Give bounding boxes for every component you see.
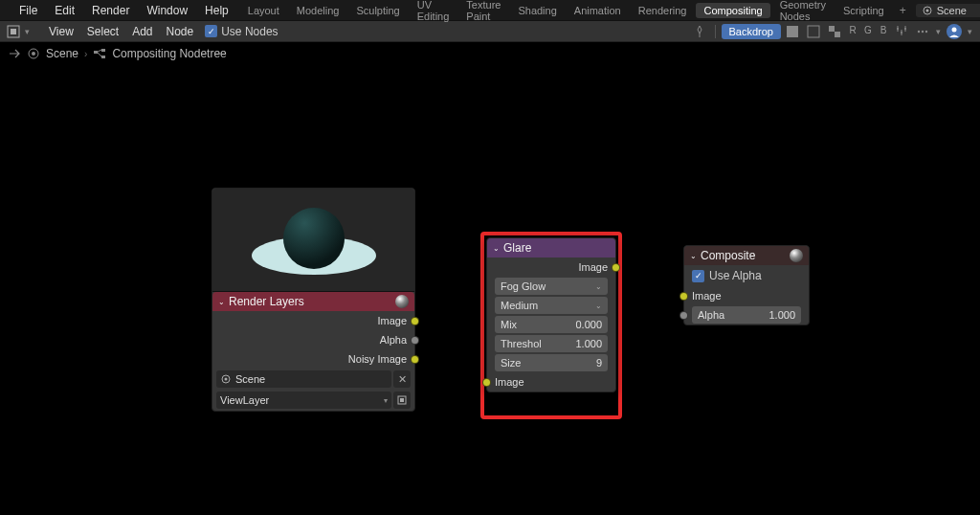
composite-node[interactable]: ⌄ Composite ✓ Use Alpha Image Alpha 1.00… xyxy=(683,245,810,325)
input-alpha-socket[interactable]: Alpha 1.000 xyxy=(684,305,809,325)
node-title: Composite xyxy=(701,249,755,262)
output-image-socket[interactable]: Image xyxy=(487,258,615,277)
svg-point-23 xyxy=(225,378,228,381)
channel-color-icon[interactable] xyxy=(806,24,821,39)
tab-rendering[interactable]: Rendering xyxy=(631,3,695,18)
node-header[interactable]: ⌄ Render Layers xyxy=(212,292,414,311)
svg-rect-20 xyxy=(101,49,105,52)
svg-rect-5 xyxy=(11,29,16,34)
collapse-icon[interactable]: ⌄ xyxy=(493,244,500,253)
svg-rect-6 xyxy=(787,26,798,37)
svg-point-3 xyxy=(925,9,928,11)
tab-compositing[interactable]: Compositing xyxy=(696,3,769,18)
tab-modeling[interactable]: Modeling xyxy=(289,3,347,18)
output-noisy-image-socket[interactable]: Noisy Image xyxy=(212,349,414,369)
use-nodes-checkbox[interactable]: ✓ Use Nodes xyxy=(201,25,281,38)
glare-type-dropdown[interactable]: Fog Glow⌄ xyxy=(495,278,608,295)
glare-node[interactable]: ⌄ Glare Image Fog Glow⌄ Medium⌄ Mix0.000… xyxy=(486,237,616,392)
node-header[interactable]: ⌄ Composite xyxy=(684,246,809,265)
svg-rect-8 xyxy=(829,26,835,32)
check-icon: ✓ xyxy=(692,270,704,282)
clear-scene-button[interactable]: ✕ xyxy=(393,370,411,388)
render-layers-node[interactable]: ⌄ Render Layers Image Alpha Noisy Image … xyxy=(212,188,415,412)
svg-rect-7 xyxy=(808,26,819,37)
scene-selector[interactable]: Scene xyxy=(916,4,980,17)
glare-mix-field[interactable]: Mix0.000 xyxy=(495,316,608,333)
menu-window[interactable]: Window xyxy=(139,2,195,19)
collapse-icon[interactable]: ⌄ xyxy=(218,298,225,306)
editor-type-icon[interactable] xyxy=(6,24,21,39)
preview-dot-icon[interactable] xyxy=(790,249,803,262)
tab-geometry-nodes[interactable]: Geometry Nodes xyxy=(772,0,834,24)
menu-add[interactable]: Add xyxy=(126,23,158,40)
top-menu-bar: File Edit Render Window Help Layout Mode… xyxy=(0,0,980,21)
chevron-down-icon[interactable]: ▾ xyxy=(23,27,32,36)
input-image-socket[interactable]: Image xyxy=(684,286,809,305)
preview-dot-icon[interactable] xyxy=(395,295,409,308)
chevron-down-icon[interactable]: ▾ xyxy=(934,27,943,36)
scene-dropdown[interactable]: Scene xyxy=(216,370,391,388)
tab-scripting[interactable]: Scripting xyxy=(835,3,892,18)
pin-icon[interactable] xyxy=(692,24,707,39)
output-image-socket[interactable]: Image xyxy=(212,311,414,330)
node-header[interactable]: ⌄ Glare xyxy=(487,238,615,258)
tab-sculpting[interactable]: Sculpting xyxy=(348,3,407,18)
arrow-icon[interactable] xyxy=(8,47,21,60)
breadcrumb: Scene › Compositing Nodetree xyxy=(0,42,980,65)
tab-animation[interactable]: Animation xyxy=(567,3,629,18)
menu-select[interactable]: Select xyxy=(81,23,124,40)
backdrop-button[interactable]: Backdrop xyxy=(722,24,781,39)
channel-r-button[interactable]: R xyxy=(846,25,859,38)
viewlayer-dropdown[interactable]: ViewLayer ▾ xyxy=(216,392,391,409)
glare-threshold-field[interactable]: Threshol1.000 xyxy=(495,335,608,352)
more-icon[interactable] xyxy=(915,24,930,39)
tab-uv-editing[interactable]: UV Editing xyxy=(410,0,457,24)
tab-layout[interactable]: Layout xyxy=(240,3,287,18)
svg-point-13 xyxy=(918,30,920,32)
breadcrumb-scene[interactable]: Scene xyxy=(46,47,78,60)
menu-view[interactable]: View xyxy=(43,23,79,40)
editor-toolbar: ▾ View Select Add Node ✓ Use Nodes Backd… xyxy=(0,21,980,42)
svg-rect-9 xyxy=(835,32,840,37)
svg-rect-19 xyxy=(94,51,98,54)
menu-render[interactable]: Render xyxy=(84,2,137,19)
use-alpha-checkbox[interactable]: ✓ Use Alpha xyxy=(684,265,809,286)
chevron-down-icon[interactable]: ▾ xyxy=(966,27,974,36)
breadcrumb-nodetree[interactable]: Compositing Nodetree xyxy=(112,47,226,60)
nodetree-icon xyxy=(93,47,106,60)
glare-quality-dropdown[interactable]: Medium⌄ xyxy=(495,297,608,314)
collapse-icon[interactable]: ⌄ xyxy=(690,252,697,260)
use-nodes-label: Use Nodes xyxy=(221,25,278,38)
glare-size-field[interactable]: Size9 xyxy=(495,354,608,371)
menu-edit[interactable]: Edit xyxy=(47,2,82,19)
svg-point-14 xyxy=(922,30,924,32)
menu-help[interactable]: Help xyxy=(197,2,236,19)
channel-b-button[interactable]: B xyxy=(877,25,890,38)
use-alpha-label: Use Alpha xyxy=(709,269,762,282)
svg-point-15 xyxy=(925,30,927,32)
user-icon[interactable] xyxy=(947,24,962,39)
check-icon: ✓ xyxy=(205,25,217,37)
node-editor-canvas[interactable]: ⌄ Render Layers Image Alpha Noisy Image … xyxy=(0,65,980,515)
menu-file[interactable]: File xyxy=(11,2,45,19)
node-title: Render Layers xyxy=(229,295,304,308)
add-workspace-button[interactable]: + xyxy=(894,4,912,17)
render-single-layer-button[interactable] xyxy=(393,392,411,409)
alpha-field[interactable]: Alpha 1.000 xyxy=(692,306,801,324)
settings-icon[interactable] xyxy=(894,24,909,39)
channel-alpha-icon[interactable] xyxy=(827,24,842,39)
scene-icon xyxy=(922,5,933,16)
scene-name-label: Scene xyxy=(937,5,967,16)
chevron-right-icon: › xyxy=(84,49,87,59)
svg-rect-25 xyxy=(400,398,404,402)
scene-icon xyxy=(27,47,40,60)
channel-g-button[interactable]: G xyxy=(861,25,875,38)
channel-combined-icon[interactable] xyxy=(785,24,800,39)
scene-icon xyxy=(220,373,232,385)
input-image-socket[interactable]: Image xyxy=(487,372,615,392)
node-title: Glare xyxy=(503,241,531,255)
tab-shading[interactable]: Shading xyxy=(510,3,564,18)
output-alpha-socket[interactable]: Alpha xyxy=(212,330,414,349)
menu-node[interactable]: Node xyxy=(161,23,200,40)
tab-texture-paint[interactable]: Texture Paint xyxy=(458,0,508,24)
